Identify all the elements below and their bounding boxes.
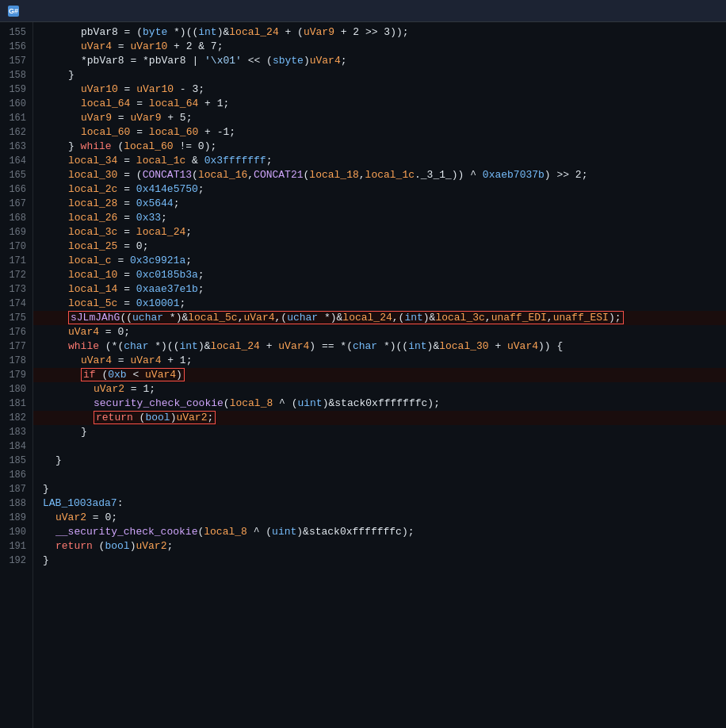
code-line: uVar9 = uVar9 + 5; <box>33 111 726 125</box>
code-line: local_25 = 0; <box>33 239 726 254</box>
line-number: 173 <box>0 282 32 297</box>
code-line: return (bool)uVar2; <box>33 411 726 425</box>
code-line: while (*(char *)((int)&local_24 + uVar4)… <box>33 339 726 354</box>
code-line: local_64 = local_64 + 1; <box>33 97 726 111</box>
app-icon: G# <box>8 6 19 17</box>
code-line: security_check_cookie(local_8 ^ (uint)&s… <box>33 397 726 411</box>
code-line: uVar4 = uVar4 + 1; <box>33 354 726 368</box>
line-number: 180 <box>0 382 32 397</box>
line-number: 183 <box>0 425 32 439</box>
line-number: 170 <box>0 239 32 254</box>
code-line: local_14 = 0xaae37e1b; <box>33 282 726 297</box>
highlight-box: sJLmJAhG((uchar *)&local_5c,uVar4,(uchar… <box>68 311 624 324</box>
line-number: 192 <box>0 554 32 568</box>
line-number: 172 <box>0 268 32 282</box>
code-line: return (bool)uVar2; <box>33 539 726 554</box>
code-line: pbVar8 = (byte *)((int)&local_24 + (uVar… <box>33 25 726 40</box>
line-number: 179 <box>0 368 32 382</box>
line-number: 165 <box>0 168 32 182</box>
line-number: 157 <box>0 54 32 68</box>
line-number: 175 <box>0 311 32 325</box>
code-line <box>33 468 726 482</box>
code-line: LAB_1003ada7: <box>33 496 726 511</box>
code-line: uVar2 = 0; <box>33 511 726 525</box>
line-number: 160 <box>0 97 32 111</box>
line-number: 177 <box>0 339 32 354</box>
code-line: sJLmJAhG((uchar *)&local_5c,uVar4,(uchar… <box>33 311 726 325</box>
line-number: 168 <box>0 211 32 225</box>
line-number: 187 <box>0 482 32 496</box>
line-number: 158 <box>0 68 32 82</box>
line-number: 162 <box>0 125 32 140</box>
code-line: local_26 = 0x33; <box>33 211 726 225</box>
code-line: local_60 = local_60 + -1; <box>33 125 726 140</box>
line-number: 166 <box>0 182 32 197</box>
code-line: local_5c = 0x10001; <box>33 297 726 311</box>
line-number: 191 <box>0 539 32 554</box>
code-line: uVar2 = 1; <box>33 382 726 397</box>
line-number: 185 <box>0 454 32 468</box>
line-number: 174 <box>0 297 32 311</box>
code-line: } <box>33 554 726 568</box>
highlight-box: if (0xb < uVar4) <box>81 368 185 381</box>
line-number: 176 <box>0 325 32 339</box>
line-number: 178 <box>0 354 32 368</box>
code-line: *pbVar8 = *pbVar8 | '\x01' << (sbyte)uVa… <box>33 54 726 68</box>
code-line: local_c = 0x3c9921a; <box>33 254 726 268</box>
code-line: } <box>33 482 726 496</box>
line-number: 169 <box>0 225 32 239</box>
line-number: 184 <box>0 439 32 454</box>
code-line <box>33 439 726 454</box>
code-line: } while (local_60 != 0); <box>33 140 726 154</box>
code-line: if (0xb < uVar4) <box>33 368 726 382</box>
title-bar: G# <box>0 0 726 22</box>
code-line: uVar4 = uVar10 + 2 & 7; <box>33 40 726 54</box>
line-number: 163 <box>0 140 32 154</box>
line-number: 189 <box>0 511 32 525</box>
code-line: local_2c = 0x414e5750; <box>33 182 726 197</box>
code-line: uVar10 = uVar10 - 3; <box>33 82 726 97</box>
line-number: 164 <box>0 154 32 168</box>
line-number: 171 <box>0 254 32 268</box>
code-line: local_10 = 0xc0185b3a; <box>33 268 726 282</box>
code-area[interactable]: pbVar8 = (byte *)((int)&local_24 + (uVar… <box>33 22 726 728</box>
line-number: 161 <box>0 111 32 125</box>
line-number: 167 <box>0 197 32 211</box>
line-number: 186 <box>0 468 32 482</box>
code-line: local_34 = local_1c & 0x3fffffff; <box>33 154 726 168</box>
code-line: local_30 = (CONCAT13(local_16,CONCAT21(l… <box>33 168 726 182</box>
code-line: } <box>33 425 726 439</box>
line-number: 156 <box>0 40 32 54</box>
code-line: local_3c = local_24; <box>33 225 726 239</box>
line-number: 182 <box>0 411 32 425</box>
code-line: uVar4 = 0; <box>33 325 726 339</box>
highlight-box: return (bool)uVar2; <box>94 411 216 424</box>
line-number: 190 <box>0 525 32 539</box>
code-line: } <box>33 454 726 468</box>
code-container: 1551561571581591601611621631641651661671… <box>0 22 726 728</box>
code-line: } <box>33 68 726 82</box>
line-number: 188 <box>0 496 32 511</box>
line-number: 155 <box>0 25 32 40</box>
line-numbers: 1551561571581591601611621631641651661671… <box>0 22 33 728</box>
code-line: local_28 = 0x5644; <box>33 197 726 211</box>
code-line: __security_check_cookie(local_8 ^ (uint)… <box>33 525 726 539</box>
line-number: 181 <box>0 397 32 411</box>
line-number: 159 <box>0 82 32 97</box>
